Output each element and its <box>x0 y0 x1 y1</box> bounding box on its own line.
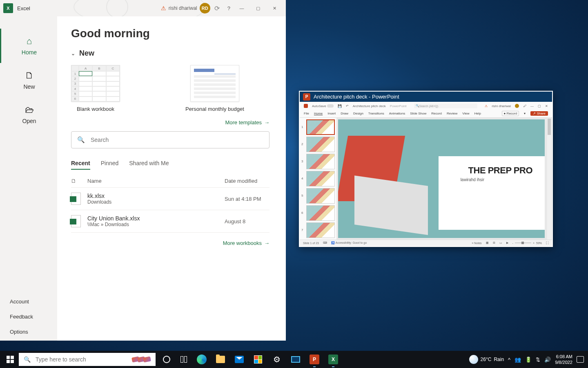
pp-max-icon[interactable]: ▢ <box>538 104 541 108</box>
section-new-header[interactable]: ⌄ New <box>71 49 270 58</box>
taskbar-search[interactable]: 🔍 <box>19 353 156 366</box>
window-close-button[interactable] <box>266 2 283 14</box>
task-view-button[interactable] <box>175 351 192 368</box>
nav-options[interactable]: Options <box>10 329 47 335</box>
fit-icon[interactable]: ⛶ <box>546 242 549 245</box>
nav-open[interactable]: 🗁 Open <box>0 97 57 132</box>
store-button[interactable] <box>249 351 267 368</box>
view-normal-icon[interactable]: ▦ <box>486 241 489 245</box>
screen-icon <box>291 356 300 363</box>
taskbar-search-input[interactable] <box>36 356 129 363</box>
explorer-button[interactable] <box>211 351 230 368</box>
nav-account[interactable]: Account <box>10 298 47 305</box>
ribbon-home[interactable]: Home <box>314 112 323 115</box>
tab-recent[interactable]: Recent <box>71 157 90 170</box>
zoom-control[interactable]: - + 59% <box>512 242 542 245</box>
tray-volume-icon[interactable]: 🔊 <box>544 357 551 363</box>
ribbon-draw[interactable]: Draw <box>341 112 348 115</box>
clock[interactable]: 6:08 AM 9/8/2022 <box>555 354 572 366</box>
help-icon[interactable]: ? <box>224 5 234 11</box>
warning-icon: ⚠ <box>161 5 166 11</box>
share-button[interactable]: ↗ Share <box>530 111 548 116</box>
ribbon-animations[interactable]: Animations <box>389 112 405 115</box>
pp-slide-area[interactable]: THE PREP PRO lawirahd ihsir <box>336 118 552 240</box>
tab-pinned[interactable]: Pinned <box>101 157 119 170</box>
file-date: August 8 <box>225 218 270 224</box>
pp-min-icon[interactable]: — <box>530 104 534 108</box>
nav-new[interactable]: 🗋 New <box>0 63 57 97</box>
slide-thumb-6[interactable]: 6 <box>301 205 335 221</box>
status-lang-icon[interactable]: ⌨ <box>323 241 327 245</box>
record-button[interactable]: ● Record <box>502 111 519 116</box>
pp-overflow-icon[interactable]: ▾ <box>524 112 526 115</box>
excel-taskbar-button[interactable]: X <box>324 351 343 368</box>
store-icon <box>254 355 262 364</box>
pp-thumbnail-panel[interactable]: 1 2 3 4 5 6 7 <box>300 118 336 240</box>
col-name[interactable]: Name <box>87 178 225 184</box>
status-accessibility[interactable]: ♿ Accessibility: Good to go <box>331 241 367 245</box>
weather-icon <box>469 355 478 364</box>
nav-feedback[interactable]: Feedback <box>10 314 47 320</box>
pp-search[interactable]: 🔍 Search (Alt+Q) <box>414 103 478 108</box>
save-icon[interactable]: 💾 <box>338 104 342 108</box>
undo-icon[interactable]: ↶ <box>346 104 349 108</box>
tray-battery-icon[interactable]: 🔋 <box>525 357 532 363</box>
settings-button[interactable]: ⚙ <box>267 351 286 368</box>
edge-button[interactable] <box>192 351 211 368</box>
window-maximize-button[interactable] <box>250 2 266 14</box>
start-button[interactable] <box>2 351 19 368</box>
ribbon-insert[interactable]: Insert <box>327 112 336 115</box>
more-workbooks-link[interactable]: More workbooks→ <box>71 240 270 246</box>
weather-widget[interactable]: 26°C Rain <box>469 355 504 364</box>
powerpoint-app-icon: P <box>303 93 310 101</box>
tray-chevron-icon[interactable]: ^ <box>508 357 510 363</box>
pp-close-icon[interactable]: ✕ <box>545 104 548 108</box>
greeting: Good morning <box>71 27 270 40</box>
view-slideshow-icon[interactable]: ▶ <box>506 241 508 245</box>
file-row[interactable]: kk.xlsx Downloads Sun at 4:18 PM <box>71 188 270 210</box>
tray-meet-icon[interactable]: 👥 <box>514 357 521 363</box>
ribbon-design[interactable]: Design <box>353 112 363 115</box>
pp-doc-name: Architecture pitch deck <box>353 104 386 108</box>
slide-thumb-7[interactable]: 7 <box>301 222 335 238</box>
search-input[interactable] <box>91 137 263 143</box>
cortana-button[interactable] <box>158 351 175 368</box>
autosave-toggle[interactable]: AutoSave <box>312 104 334 108</box>
sync-icon[interactable]: ⟳ <box>210 4 224 12</box>
excel-icon: X <box>328 355 338 364</box>
ribbon-transitions[interactable]: Transitions <box>368 112 384 115</box>
ribbon-file[interactable]: File <box>304 112 309 115</box>
ribbon-view[interactable]: View <box>462 112 469 115</box>
powerpoint-preview-window[interactable]: P Architecture pitch deck - PowerPoint A… <box>299 91 553 247</box>
excel-user[interactable]: ⚠ rishi dhariwal RD <box>161 3 210 13</box>
slide-thumb-2[interactable]: 2 <box>301 137 335 152</box>
slide-thumb-5[interactable]: 5 <box>301 188 335 204</box>
tray-network-icon[interactable]: ⇅ <box>536 357 540 363</box>
template-budget[interactable]: Personal monthly budget <box>185 65 244 112</box>
slide-thumb-1[interactable]: 1 <box>301 119 335 135</box>
ribbon-review[interactable]: Review <box>447 112 457 115</box>
powerpoint-taskbar-button[interactable]: P <box>305 351 324 368</box>
view-sorter-icon[interactable]: ⊞ <box>493 241 495 245</box>
view-reading-icon[interactable]: ▭ <box>499 241 502 245</box>
screen-button[interactable] <box>286 351 305 368</box>
ribbon-slideshow[interactable]: Slide Show <box>410 112 426 115</box>
more-templates-link[interactable]: More templates→ <box>71 119 270 126</box>
status-notes[interactable]: ≡ Notes <box>472 242 481 245</box>
pp-avatar <box>515 104 519 108</box>
col-date[interactable]: Date modified <box>225 178 270 184</box>
pp-scrollbar[interactable] <box>547 118 551 240</box>
file-row[interactable]: City Union Bank.xlsx \\Mac » Downloads A… <box>71 210 270 233</box>
window-minimize-button[interactable] <box>234 2 250 14</box>
mail-button[interactable] <box>230 351 249 368</box>
tab-shared[interactable]: Shared with Me <box>129 157 169 170</box>
search-box[interactable]: 🔍 <box>71 131 270 148</box>
ribbon-help[interactable]: Help <box>474 112 481 115</box>
slide-thumb-4[interactable]: 4 <box>301 171 335 186</box>
pp-pen-icon[interactable]: 🖊 <box>523 104 526 108</box>
slide-thumb-3[interactable]: 3 <box>301 154 335 169</box>
nav-home[interactable]: ⌂ Home <box>0 29 57 63</box>
template-blank-workbook[interactable]: ABC 1 2 3 4 5 6 Blank workbook <box>71 65 120 112</box>
notifications-button[interactable] <box>577 356 584 363</box>
ribbon-record[interactable]: Record <box>431 112 442 115</box>
